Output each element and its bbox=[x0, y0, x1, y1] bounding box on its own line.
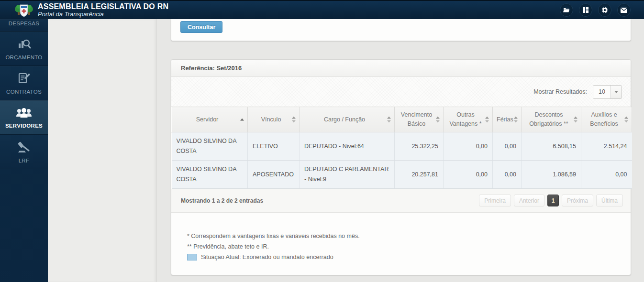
column-header-servidor[interactable]: Servidor bbox=[172, 107, 248, 132]
column-header-ferias[interactable]: Férias bbox=[493, 107, 522, 132]
alrn-logo-icon bbox=[14, 2, 33, 18]
legend-color-swatch bbox=[187, 254, 197, 260]
topbar-actions bbox=[560, 3, 644, 17]
sidebar-item-label: LRF bbox=[19, 158, 30, 163]
page-size-select[interactable]: 10 bbox=[593, 85, 622, 99]
cell-vencimento: 25.322,25 bbox=[395, 132, 444, 161]
cell-servidor: VIVALDO SILVINO DA COSTA bbox=[172, 132, 248, 161]
cell-auxilios: 0,00 bbox=[581, 161, 632, 189]
previous-page-button[interactable]: Anterior bbox=[514, 195, 544, 206]
people-icon bbox=[15, 107, 33, 119]
pagination-bar: Mostrando 1 a 2 de 2 entradas Primeira A… bbox=[171, 189, 631, 213]
sidebar-item-label: SERVIDORES bbox=[5, 123, 43, 129]
current-page-button[interactable]: 1 bbox=[547, 195, 559, 206]
sort-both-icon bbox=[624, 117, 628, 123]
folder-button[interactable] bbox=[560, 3, 573, 17]
column-header-cargo-funcao[interactable]: Cargo / Função bbox=[300, 107, 395, 132]
next-page-button[interactable]: Próxima bbox=[562, 195, 593, 206]
first-page-button[interactable]: Primeira bbox=[479, 195, 511, 206]
grid-icon bbox=[583, 7, 588, 13]
table-row: VIVALDO SILVINO DA COSTA ELETIVO DEPUTAD… bbox=[172, 132, 632, 161]
sidebar-item-despesas[interactable]: DESPESAS bbox=[0, 19, 48, 32]
column-header-outras-vantagens[interactable]: Outras Vantagens * bbox=[444, 107, 493, 132]
sidebar-item-label: CONTRATOS bbox=[6, 89, 42, 95]
column-header-vencimento-basico[interactable]: Vencimento Básico bbox=[395, 107, 444, 132]
pagination-buttons: Primeira Anterior 1 Próxima Última bbox=[479, 195, 623, 206]
show-results-label: Mostrar Resultados: bbox=[533, 88, 587, 95]
cell-vinculo: APOSENTADO bbox=[248, 161, 300, 189]
sidebar-nav: DESPESAS ORÇAMENTO CONTRATOS SERVID bbox=[0, 19, 48, 282]
sidebar-item-lrf[interactable]: LRF bbox=[0, 135, 48, 169]
cell-ferias: 0,00 bbox=[493, 161, 522, 189]
legend-line: Situação Atual: Exonerado ou mandato enc… bbox=[187, 252, 621, 262]
top-header-bar: ASSEMBLEIA LEGISLATIVA DO RN Portal da T… bbox=[0, 0, 644, 19]
mail-button[interactable] bbox=[617, 3, 631, 17]
main-content: Consultar Referência: Set/2016 Mostrar R… bbox=[156, 19, 644, 282]
help-ring-icon bbox=[601, 7, 608, 13]
chevron-down-icon bbox=[614, 91, 618, 93]
table-header-row: Servidor Vínculo Cargo / Função Vencimen… bbox=[172, 107, 632, 132]
cell-vinculo: ELETIVO bbox=[248, 132, 300, 161]
mail-icon bbox=[621, 8, 627, 13]
column-header-auxilios[interactable]: Auxílios e Benefícios bbox=[581, 107, 632, 132]
sort-both-icon bbox=[514, 117, 518, 123]
cell-vencimento: 20.257,81 bbox=[395, 161, 444, 189]
grid-button[interactable] bbox=[579, 3, 592, 17]
gavel-icon bbox=[16, 141, 32, 154]
help-button[interactable] bbox=[598, 3, 611, 17]
cell-ferias: 0,00 bbox=[493, 132, 522, 161]
sidebar-item-contratos[interactable]: CONTRATOS bbox=[0, 66, 48, 100]
sort-both-icon bbox=[387, 117, 391, 123]
consultar-button[interactable]: Consultar bbox=[180, 21, 222, 33]
sidebar-item-orcamento[interactable]: ORÇAMENTO bbox=[0, 32, 48, 66]
cell-servidor: VIVALDO SILVINO DA COSTA bbox=[172, 161, 248, 189]
search-form-card: Consultar bbox=[171, 19, 631, 41]
cell-auxilios: 2.514,24 bbox=[581, 132, 632, 161]
folder-icon bbox=[563, 7, 570, 13]
footnotes: * Correspondem a vantagens fixas e variá… bbox=[171, 213, 631, 272]
page-size-arrow[interactable] bbox=[611, 86, 622, 98]
contracts-icon bbox=[17, 72, 31, 86]
results-card: Referência: Set/2016 Mostrar Resultados:… bbox=[171, 59, 631, 275]
sidebar-item-label: ORÇAMENTO bbox=[5, 54, 42, 60]
cell-outras-vantagens: 0,00 bbox=[444, 132, 493, 161]
brand-text: ASSEMBLEIA LEGISLATIVA DO RN Portal da T… bbox=[38, 2, 168, 18]
cell-descontos: 6.508,15 bbox=[522, 132, 581, 161]
cell-outras-vantagens: 0,00 bbox=[444, 161, 493, 189]
column-header-descontos[interactable]: Descontos Obrigatórios ** bbox=[522, 107, 581, 132]
app-title: ASSEMBLEIA LEGISLATIVA DO RN bbox=[38, 2, 168, 11]
table-row: VIVALDO SILVINO DA COSTA APOSENTADO DEPU… bbox=[172, 161, 632, 189]
legend-text: Situação Atual: Exonerado ou mandato enc… bbox=[201, 252, 333, 262]
page-size-value[interactable]: 10 bbox=[593, 86, 611, 98]
sort-both-icon bbox=[292, 117, 296, 123]
budget-icon bbox=[17, 38, 31, 51]
last-page-button[interactable]: Última bbox=[596, 195, 623, 206]
footnote-2: ** Previdência, abate teto e IR. bbox=[187, 241, 621, 252]
column-header-vinculo[interactable]: Vínculo bbox=[248, 107, 300, 132]
pagination-summary: Mostrando 1 a 2 de 2 entradas bbox=[181, 197, 263, 204]
cell-cargo: DEPUTADO C PARLAMENTAR - Nivel:9 bbox=[300, 161, 395, 189]
results-toolbar: Mostrar Resultados: 10 bbox=[171, 77, 631, 107]
results-card-header: Referência: Set/2016 bbox=[171, 60, 631, 77]
app-subtitle: Portal da Transparência bbox=[38, 11, 168, 18]
results-table: Servidor Vínculo Cargo / Função Vencimen… bbox=[171, 107, 632, 189]
sort-both-icon bbox=[574, 117, 577, 123]
sort-both-icon bbox=[436, 117, 440, 123]
filter-sidebar-panel bbox=[48, 19, 156, 282]
cell-cargo: DEPUTADO - Nivel:64 bbox=[300, 132, 395, 161]
sidebar-item-servidores[interactable]: SERVIDORES bbox=[0, 100, 48, 135]
sort-both-icon bbox=[485, 117, 489, 123]
sidebar-item-label: DESPESAS bbox=[9, 21, 39, 26]
cell-descontos: 1.086,59 bbox=[522, 161, 581, 189]
brand[interactable]: ASSEMBLEIA LEGISLATIVA DO RN Portal da T… bbox=[0, 2, 168, 18]
sort-asc-icon bbox=[240, 119, 244, 121]
reference-title: Referência: Set/2016 bbox=[181, 65, 242, 72]
footnote-1: * Correspondem a vantagens fixas e variá… bbox=[187, 231, 621, 241]
